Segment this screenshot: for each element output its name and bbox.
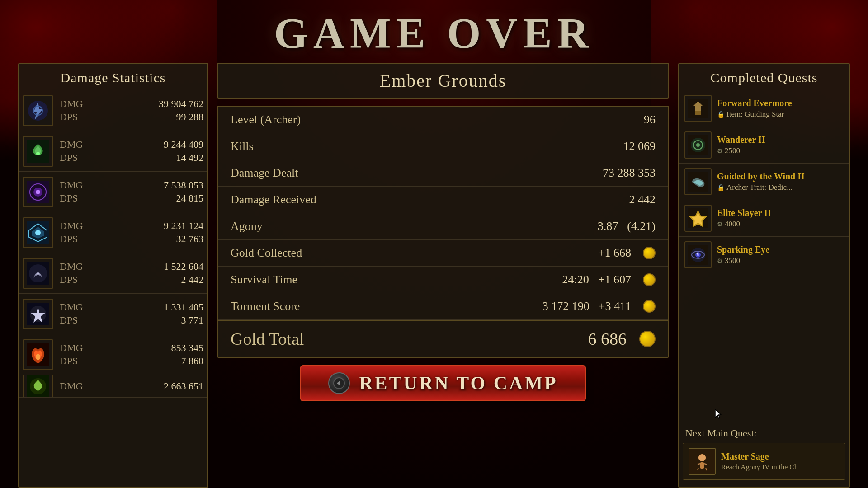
- list-item: DMG 2 663 651: [19, 375, 207, 398]
- svg-point-3: [36, 152, 40, 155]
- cursor-area: [679, 408, 849, 421]
- gold-icon-collected: [643, 247, 656, 259]
- damage-dealt-value: 73 288 353: [603, 166, 656, 180]
- agony-label: Agony: [231, 220, 263, 233]
- reward-icon-4: ⚙: [717, 221, 723, 228]
- quest-list: Forward Evermore 🔒 Item: Guiding Star: [679, 90, 849, 408]
- return-btn-icon: [328, 372, 350, 394]
- quest-name-3: Guided by the Wind II: [717, 171, 844, 182]
- damage-icon-3: [23, 177, 53, 207]
- reward-icon-3: 🔒: [717, 184, 725, 192]
- quest-name-2: Wanderer II: [717, 135, 844, 145]
- quest-icon-3: [684, 168, 712, 195]
- quest-name-5: Sparking Eye: [717, 244, 844, 255]
- agony-value: 3.87: [598, 220, 618, 233]
- gold-icon-total: [639, 331, 656, 347]
- next-quest-section: Next Main Quest: Master Sage: [679, 421, 849, 487]
- damage-statistics-title: Damage Statistics: [19, 64, 207, 90]
- stats-row-survival: Survival Time 24:20 +1 607: [218, 267, 668, 293]
- reward-icon-1: 🔒: [717, 111, 725, 118]
- damage-received-label: Damage Received: [231, 193, 316, 206]
- next-quest-desc: Reach Agony IV in the Ch...: [721, 463, 803, 471]
- level-value: 96: [644, 113, 656, 127]
- return-to-camp-button[interactable]: RETURN TO CAMP: [300, 365, 585, 401]
- stats-panel: Level (Archer) 96 Kills 12 069 Damage De…: [217, 106, 669, 358]
- list-item: DMG 9 244 409 DPS 14 492: [19, 131, 207, 172]
- quest-reward-3: 🔒 Archer Trait: Dedic...: [717, 183, 844, 192]
- damage-stats-3: DMG 7 538 053 DPS 24 815: [53, 179, 203, 204]
- stats-row-damage-received: Damage Received 2 442: [218, 187, 668, 213]
- quest-info-2: Wanderer II ⚙ 2500: [717, 135, 844, 155]
- list-item: Forward Evermore 🔒 Item: Guiding Star: [679, 90, 849, 127]
- game-over-title: GAME OVER: [274, 8, 594, 58]
- center-panel: Ember Grounds Level (Archer) 96 Kills 12…: [217, 63, 669, 488]
- reward-icon-5: ⚙: [717, 257, 723, 265]
- next-quest-item: Master Sage Reach Agony IV in the Ch...: [683, 443, 845, 480]
- kills-value: 12 069: [623, 140, 656, 153]
- quest-icon-1: [684, 95, 712, 122]
- torment-value: 3 172 190: [542, 300, 590, 313]
- survival-label: Survival Time: [231, 273, 297, 286]
- damage-icon-1: [23, 95, 53, 126]
- quest-info-5: Sparking Eye ⚙ 3500: [717, 244, 844, 265]
- quest-info-1: Forward Evermore 🔒 Item: Guiding Star: [717, 98, 844, 119]
- torment-bonus: +3 411: [599, 300, 631, 313]
- svg-rect-40: [700, 462, 704, 469]
- damage-received-value: 2 442: [629, 193, 656, 206]
- stats-row-gold-collected: Gold Collected +1 668: [218, 240, 668, 267]
- svg-point-11: [35, 230, 41, 235]
- list-item: DMG 1 522 604 DPS 2 442: [19, 253, 207, 294]
- damage-stats-7: DMG 853 345 DPS 7 860: [53, 342, 203, 367]
- stats-row-torment: Torment Score 3 172 190 +3 411: [218, 293, 668, 320]
- gold-collected-label: Gold Collected: [231, 246, 302, 260]
- quest-reward-2: ⚙ 2500: [717, 146, 844, 155]
- damage-icon-8: [23, 375, 53, 398]
- gold-icon-survival: [643, 273, 656, 286]
- quest-reward-5: ⚙ 3500: [717, 256, 844, 265]
- list-item: DMG 7 538 053 DPS 24 815: [19, 172, 207, 212]
- list-item: DMG 853 345 DPS 7 860: [19, 334, 207, 375]
- damage-icon-6: [23, 299, 53, 329]
- quest-name-4: Elite Slayer II: [717, 208, 844, 218]
- list-item: Elite Slayer II ⚙ 4000: [679, 200, 849, 237]
- location-title: Ember Grounds: [217, 63, 669, 99]
- damage-dealt-label: Damage Dealt: [231, 166, 298, 180]
- svg-point-36: [697, 253, 698, 255]
- kills-label: Kills: [231, 140, 254, 153]
- gold-collected-value: +1 668: [598, 246, 631, 260]
- torment-label: Torment Score: [231, 300, 300, 313]
- damage-stats-6: DMG 1 331 405 DPS 3 771: [53, 301, 203, 326]
- quest-icon-4: [684, 205, 712, 232]
- quest-info-3: Guided by the Wind II 🔒 Archer Trait: De…: [717, 171, 844, 192]
- svg-rect-22: [695, 111, 701, 115]
- survival-value: 24:20: [562, 273, 589, 286]
- damage-icon-7: [23, 339, 53, 370]
- damage-icon-5: [23, 258, 53, 289]
- damage-stats-5: DMG 1 522 604 DPS 2 442: [53, 261, 203, 286]
- gold-total-value: 6 686: [588, 329, 627, 349]
- stats-row-gold-total: Gold Total 6 686: [218, 320, 668, 357]
- mouse-cursor-icon: [715, 409, 722, 419]
- quest-icon-2: [684, 131, 712, 159]
- next-quest-name: Master Sage: [721, 451, 803, 462]
- stats-row-agony: Agony 3.87 (4.21): [218, 213, 668, 240]
- damage-list: DMG 39 904 762 DPS 99 288: [19, 90, 207, 487]
- gold-total-label: Gold Total: [231, 329, 304, 349]
- next-quest-icon: [689, 448, 716, 475]
- list-item: DMG 9 231 124 DPS 32 763: [19, 212, 207, 253]
- survival-bonus: +1 607: [598, 273, 631, 286]
- quest-reward-4: ⚙ 4000: [717, 220, 844, 229]
- next-quest-info: Master Sage Reach Agony IV in the Ch...: [721, 451, 803, 471]
- next-quest-label: Next Main Quest:: [679, 421, 849, 443]
- list-item: Sparking Eye ⚙ 3500: [679, 237, 849, 273]
- svg-marker-37: [715, 409, 721, 418]
- damage-stats-1: DMG 39 904 762 DPS 99 288: [53, 98, 203, 123]
- level-label: Level (Archer): [231, 113, 301, 127]
- stats-row-kills: Kills 12 069: [218, 133, 668, 160]
- svg-point-26: [696, 143, 700, 147]
- return-to-camp-label: RETURN TO CAMP: [359, 372, 557, 394]
- stats-row-level: Level (Archer) 96: [218, 107, 668, 133]
- damage-stats-2: DMG 9 244 409 DPS 14 492: [53, 139, 203, 164]
- svg-point-17: [36, 354, 40, 360]
- quest-reward-1: 🔒 Item: Guiding Star: [717, 110, 844, 119]
